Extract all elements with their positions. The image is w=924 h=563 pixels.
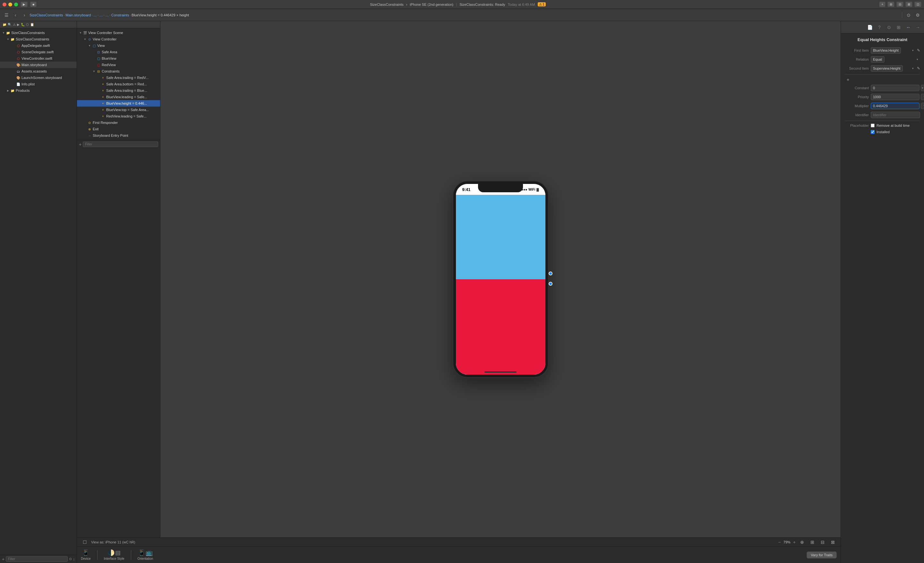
tree-item-scenedelegate[interactable]: ▶ ⬡ SceneDelegate.swift — [0, 49, 76, 55]
priority-input[interactable] — [871, 94, 920, 100]
run-button[interactable]: ▶ — [21, 2, 28, 7]
first-item-edit-icon[interactable]: ✎ — [917, 48, 920, 53]
scene-item-c3[interactable]: ▶ ≡ Safe Area.trailing = Blue... — [77, 87, 160, 94]
scene-item-view[interactable]: ▼ ▢ View — [77, 42, 160, 49]
grid-icon[interactable]: ⊞ — [808, 538, 816, 546]
tree-item-mainstoryboard[interactable]: ▶ 🎨 Main.storyboard — [0, 62, 76, 68]
add-file-icon[interactable]: + — [2, 557, 4, 562]
identity-inspector-icon[interactable]: ⊙ — [885, 24, 892, 31]
scene-item-safearea[interactable]: ▶ ⊡ Safe Area — [77, 49, 160, 55]
scene-item-c1[interactable]: ▶ ≡ Safe Area.trailing = RedV... — [77, 75, 160, 81]
zoom-out-button[interactable]: − — [778, 540, 781, 545]
expand-icon[interactable]: ⊠ — [829, 538, 837, 546]
minimize-button[interactable] — [8, 3, 12, 6]
filter-input[interactable] — [6, 556, 68, 562]
layout-btn-1[interactable]: ⊞ — [887, 2, 894, 7]
second-item-select[interactable]: Superview.Height — [871, 65, 903, 72]
device-name[interactable]: iPhone SE (2nd generation) — [410, 3, 454, 6]
forward-button[interactable]: › — [21, 11, 28, 19]
interface-style-selector[interactable]: 🌓 ▤ Interface Style — [104, 549, 124, 560]
attributes-inspector-icon[interactable]: ⊞ — [895, 24, 902, 31]
plus-button[interactable]: + — [845, 77, 851, 82]
tree-item-group[interactable]: ▼ 📁 SizeClassConstraints — [0, 36, 76, 42]
nav-icon-test[interactable]: ▶ — [17, 23, 20, 26]
sort-icon[interactable]: ↕ — [73, 557, 75, 561]
disclosure-root[interactable]: ▼ — [1, 30, 6, 35]
fit-icon[interactable]: ⊕ — [798, 538, 806, 546]
phone-mockup[interactable]: 9:41 ●●● WiFi ▓ — [453, 182, 548, 377]
scene-item-blueview[interactable]: ▶ ▢ BlueView — [77, 55, 160, 62]
back-button[interactable]: ‹ — [12, 11, 19, 19]
scene-item-constraints[interactable]: ▼ ⊟ Constraints — [77, 68, 160, 75]
first-item-select[interactable]: BlueView.Height — [871, 47, 901, 54]
scene-item-c4[interactable]: ▶ ≡ BlueView.leading = Safe... — [77, 94, 160, 100]
disc-vc[interactable]: ▼ — [83, 37, 87, 41]
add-button[interactable]: + — [879, 2, 885, 7]
scene-item-c7[interactable]: ▶ ≡ RedView.leading = Safe... — [77, 113, 160, 119]
breadcrumb-storyboard[interactable]: Main.storyboard — [66, 13, 91, 17]
zoom-in-button[interactable]: + — [793, 540, 796, 545]
disclosure-group[interactable]: ▼ — [6, 37, 10, 41]
breadcrumb-constraints[interactable]: Constraints — [111, 13, 129, 17]
filter-options-icon[interactable]: ⊙ — [69, 557, 72, 561]
inspector-icons[interactable]: ⊙ — [905, 11, 912, 19]
nav-icon-search[interactable]: 🔍 — [8, 23, 12, 26]
red-view[interactable] — [456, 279, 545, 375]
installed-checkbox[interactable] — [871, 130, 874, 134]
breadcrumb-project[interactable]: SizeClassConstraints — [30, 13, 63, 17]
size-inspector-icon[interactable]: ↔ — [905, 24, 912, 31]
constant-unit-select[interactable] — [921, 85, 924, 91]
tree-item-viewcontroller[interactable]: ▶ ⬡ ViewController.swift — [0, 55, 76, 62]
placeholder-checkbox[interactable] — [871, 123, 874, 128]
quick-help-icon[interactable]: ? — [876, 24, 883, 31]
settings-icon[interactable]: ⚙ — [914, 11, 921, 19]
layout-btn-3[interactable]: ⊠ — [905, 2, 912, 7]
canvas-settings-icon[interactable]: ☐ — [81, 538, 88, 546]
disc-vcscene[interactable]: ▼ — [78, 30, 83, 35]
scene-item-c6[interactable]: ▶ ≡ BlueView.top = Safe Area... — [77, 107, 160, 113]
nav-icon-source[interactable]: ⚠ — [13, 23, 16, 26]
navigator-toggle[interactable]: ☰ — [3, 11, 10, 19]
constraint-handle-top[interactable] — [549, 272, 552, 275]
tree-item-appdelegate[interactable]: ▶ ⬡ AppDelegate.swift — [0, 42, 76, 49]
close-button[interactable] — [3, 3, 6, 6]
tree-item-launchscreen[interactable]: ▶ 🎨 LaunchScreen.storyboard — [0, 75, 76, 81]
lock-icon[interactable]: ⊟ — [819, 538, 826, 546]
identifier-input[interactable] — [871, 112, 920, 118]
scene-item-entrypoint[interactable]: ▶ → Storyboard Entry Point — [77, 132, 160, 139]
scene-item-c5[interactable]: ▶ ≡ BlueView.height = 0.446... — [77, 100, 160, 107]
breadcrumb-ellipsis-1[interactable]: … — [93, 13, 97, 17]
multiplier-input[interactable] — [871, 103, 920, 109]
disc-constraints[interactable]: ▼ — [92, 69, 96, 74]
vary-for-traits-button[interactable]: Vary for Traits — [807, 551, 837, 558]
nav-icon-report[interactable]: 📋 — [30, 23, 34, 26]
multiplier-select[interactable]: ⌃ — [921, 103, 924, 109]
breadcrumb-ellipsis-3[interactable]: … — [105, 13, 109, 17]
nav-icon-debug[interactable]: 🐛 — [21, 23, 25, 26]
scene-item-c2[interactable]: ▶ ≡ Safe Area.bottom = Red... — [77, 81, 160, 87]
layout-btn-4[interactable]: ⊡ — [914, 2, 921, 7]
priority-select[interactable]: ⌃ — [921, 94, 924, 100]
scene-item-vcscene[interactable]: ▼ 🎬 View Controller Scene ⊗ — [77, 30, 160, 36]
constant-input[interactable] — [871, 85, 920, 91]
relation-select[interactable]: Equal — [871, 56, 885, 63]
project-scheme[interactable]: SizeClassConstraints — [370, 3, 404, 6]
second-item-edit-icon[interactable]: ✎ — [917, 66, 920, 71]
breadcrumb-ellipsis-2[interactable]: … — [99, 13, 103, 17]
stop-button[interactable]: ■ — [30, 2, 37, 7]
scene-item-firstresponder[interactable]: ▶ ⊙ First Responder — [77, 119, 160, 126]
tree-item-root[interactable]: ▼ 📁 SizeClassConstraints — [0, 30, 76, 36]
scene-filter-input[interactable] — [83, 141, 158, 147]
device-selector[interactable]: 📱 Device — [81, 549, 91, 560]
blue-view[interactable] — [456, 195, 545, 279]
tree-item-products[interactable]: ▶ 📁 Products — [0, 87, 76, 94]
scene-item-exit[interactable]: ▶ ⊗ Exit — [77, 126, 160, 132]
nav-icon-breakpoint[interactable]: ⬡ — [26, 23, 29, 26]
constraint-handle-bottom[interactable] — [549, 282, 552, 286]
nav-icon-folder[interactable]: 📁 — [3, 23, 6, 26]
orientation-selector[interactable]: 📱 📺 Orientation — [138, 549, 153, 560]
tree-item-assets[interactable]: ▶ 🗂 Assets.xcassets — [0, 68, 76, 75]
scene-add-icon[interactable]: + — [79, 142, 81, 147]
tree-item-infoplist[interactable]: ▶ 📄 Info.plist — [0, 81, 76, 87]
layout-btn-2[interactable]: ⊟ — [896, 2, 903, 7]
